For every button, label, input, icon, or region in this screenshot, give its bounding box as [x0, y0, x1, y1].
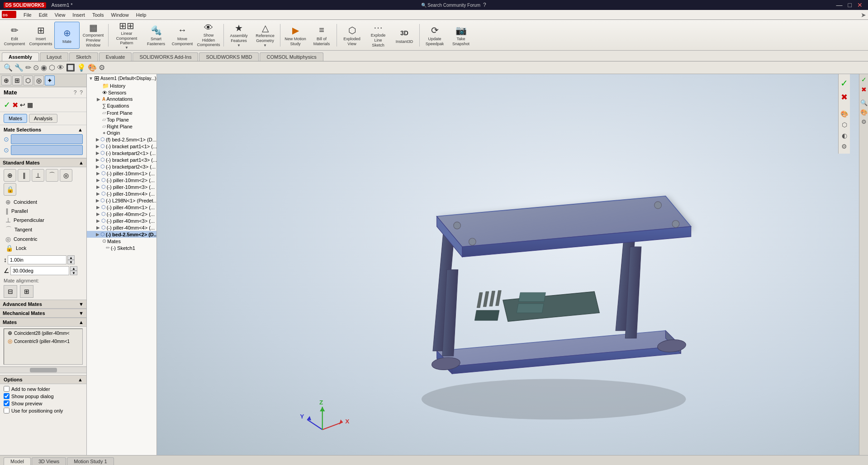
instant3d-button[interactable]: 3D Instant3D — [392, 22, 417, 49]
menu-tools[interactable]: Tools — [89, 11, 108, 19]
take-snapshot-button[interactable]: 📷 TakeSnapshot — [448, 22, 474, 49]
right-panel-icon-2[interactable]: ✖ — [861, 86, 867, 93]
tab-analysis[interactable]: Analysis — [29, 114, 57, 123]
tree-item-equations[interactable]: Equations — [87, 102, 157, 109]
distance-input[interactable] — [8, 255, 66, 264]
tree-item-piller10-3[interactable]: ▶ (-) piller-10mm<3> (... — [87, 183, 157, 190]
angle-input[interactable] — [10, 266, 69, 275]
tab-mates[interactable]: Mates — [4, 114, 27, 123]
tree-item-right-plane[interactable]: Right Plane — [87, 123, 157, 130]
tree-item-bed-1[interactable]: ▶ (f) bed-2.5mm<1> (D... — [87, 136, 157, 143]
minimize-button[interactable]: — — [835, 1, 844, 9]
mate-selection-input-2[interactable] — [11, 145, 83, 155]
edit-component-button[interactable]: ✏ EditComponent — [2, 22, 27, 49]
mate-selection-input-1[interactable] — [11, 134, 83, 144]
mate-perpendicular-btn[interactable]: ⊥ — [32, 169, 44, 182]
parallel-item[interactable]: ∥ Parallel — [4, 207, 83, 216]
right-panel-icon-3[interactable]: 🔍 — [860, 99, 868, 106]
menu-edit[interactable]: Edit — [35, 11, 51, 19]
tree-item-piller40-3[interactable]: ▶ (-) piller-40mm<3> (... — [87, 217, 157, 224]
cmd-icon-7[interactable]: 👁 — [57, 64, 64, 72]
tree-root[interactable]: ▼ ⊞ Assem1 (Default<Display...) — [87, 74, 157, 82]
mate-list-coincident28[interactable]: ⊕ Coincident28 (piller-40mm< — [4, 329, 82, 337]
panel-tab-icon-1[interactable]: ⊕ — [1, 75, 11, 85]
show-hidden-components-button[interactable]: 👁 ShowHiddenComponents — [196, 22, 221, 49]
tree-item-bracket-part1-3[interactable]: ▶ (-) bracket part1<3> (... — [87, 156, 157, 163]
insert-components-button[interactable]: ⊞ InsertComponents — [28, 22, 53, 49]
standard-mates-header[interactable]: Standard Mates ▲ — [0, 158, 86, 167]
bill-of-materials-button[interactable]: ≡ Bill ofMaterials — [309, 22, 334, 49]
new-motion-study-button[interactable]: ▶ New MotionStudy — [283, 22, 308, 49]
mate-tangent-btn[interactable]: ⌒ — [46, 169, 58, 182]
coincident-item[interactable]: ⊕ Coincident — [4, 197, 83, 207]
tree-item-front-plane[interactable]: Front Plane — [87, 109, 157, 116]
tree-item-piller40-4[interactable]: ▶ (-) piller-40mm<4> (... — [87, 224, 157, 231]
mate-coincident-btn[interactable]: ⊕ — [4, 169, 16, 182]
update-speedpak-button[interactable]: ⟳ UpdateSpeedpak — [422, 22, 447, 49]
mate-button[interactable]: ⊕ Mate — [54, 22, 80, 49]
info-icon[interactable]: ? — [80, 89, 83, 96]
angle-up[interactable]: ▲ — [70, 266, 77, 271]
alignment-option-1[interactable]: ⊟ — [4, 285, 17, 298]
tab-layout[interactable]: Layout — [40, 52, 68, 61]
tree-item-bracket-part2-3[interactable]: ▶ (-) bracketpart2<3> (... — [87, 163, 157, 170]
tab-evaluate[interactable]: Evaluate — [99, 52, 132, 61]
mate-lock-btn[interactable]: 🔒 — [4, 183, 16, 196]
horizontal-scrollbar[interactable] — [0, 366, 86, 373]
assembly-features-button[interactable]: ★ AssemblyFeatures ▼ — [226, 22, 251, 49]
angle-down[interactable]: ▼ — [70, 271, 77, 275]
add-to-new-folder-checkbox[interactable] — [4, 386, 9, 392]
linear-component-pattern-button[interactable]: ⊞⊞ Linear ComponentPattern ▼ — [111, 22, 142, 49]
panel-tab-icon-3[interactable]: ⬡ — [23, 75, 33, 85]
tree-item-bed-2[interactable]: ▶ (-) bed-2.5mm<2> (D... — [87, 231, 157, 238]
tree-item-mates-node[interactable]: Mates — [87, 238, 157, 244]
tree-item-sensors[interactable]: 👁 Sensors — [87, 89, 157, 96]
use-for-positioning-only-checkbox[interactable] — [4, 408, 9, 413]
tree-item-history[interactable]: History — [87, 82, 157, 89]
tree-item-piller10-2[interactable]: ▶ (-) piller-10mm<2> (... — [87, 177, 157, 183]
advanced-mates-header[interactable]: Advanced Mates ▼ — [0, 300, 86, 309]
tree-item-piller40-1[interactable]: ▶ (-) piller-40mm<1> (... — [87, 204, 157, 211]
mate-parallel-btn[interactable]: ∥ — [18, 169, 30, 182]
right-panel-icon-4[interactable]: 🎨 — [860, 109, 868, 116]
preview-icon[interactable]: ↩ — [20, 101, 25, 108]
tab-solidworks-mbd[interactable]: SOLIDWORKS MBD — [199, 52, 259, 61]
cmd-icon-9[interactable]: 💡 — [77, 63, 86, 72]
tree-item-origin[interactable]: Origin — [87, 130, 157, 136]
bottom-tab-motion-study[interactable]: Motion Study 1 — [67, 457, 114, 465]
panel-tab-icon-5[interactable]: ✦ — [45, 75, 55, 85]
menu-window[interactable]: Window — [108, 11, 133, 19]
mates-scroll-area[interactable]: ⊕ Coincident28 (piller-40mm< ◎ Concentri… — [4, 329, 83, 365]
right-panel-icon-5[interactable]: ⚙ — [861, 118, 867, 125]
cmd-icon-6[interactable]: ⬡ — [49, 63, 55, 72]
cmd-icon-1[interactable]: 🔍 — [4, 63, 13, 72]
cancel-icon[interactable]: ✖ — [12, 101, 18, 109]
menu-help[interactable]: Help — [133, 11, 150, 19]
mate-concentric-btn[interactable]: ◎ — [60, 169, 72, 182]
tree-item-piller10-1[interactable]: ▶ (-) piller-10mm<1> (... — [87, 170, 157, 177]
menu-file[interactable]: File — [20, 11, 35, 19]
alignment-option-2[interactable]: ⊞ — [20, 285, 33, 298]
options-header[interactable]: Options ▲ — [0, 375, 86, 384]
collapse-mate-selections[interactable]: ▲ — [78, 127, 83, 132]
distance-up[interactable]: ▲ — [67, 255, 75, 260]
menu-insert[interactable]: Insert — [69, 11, 89, 19]
panel-tab-icon-2[interactable]: ⊞ — [12, 75, 22, 85]
viewport[interactable]: ✓ ✖ 🎨 ⬡ ◐ ⚙ — [157, 74, 859, 455]
right-panel-icon-1[interactable]: ✓ — [861, 76, 867, 83]
tree-item-l298n[interactable]: ▶ (-) L298N<1> (Predet... — [87, 197, 157, 204]
tree-item-piller10-4[interactable]: ▶ (-) piller-10mm<4> (... — [87, 190, 157, 197]
tree-item-bracket-part2-1[interactable]: ▶ (-) bracketpart2<1> (... — [87, 150, 157, 156]
cmd-icon-2[interactable]: 🔧 — [14, 63, 24, 72]
exploded-view-button[interactable]: ⬡ ExplodedView — [339, 22, 365, 49]
help-mate-icon[interactable]: ▦ — [27, 101, 33, 108]
mate-list-concentric9[interactable]: ◎ Concentric9 (piller-40mm<1 — [4, 337, 82, 345]
scrollbar-thumb[interactable] — [30, 368, 57, 372]
menu-view[interactable]: View — [51, 11, 69, 19]
mechanical-mates-header[interactable]: Mechanical Mates ▼ — [0, 309, 86, 318]
tree-item-sketch1[interactable]: (-) Sketch1 — [87, 244, 157, 251]
cmd-icon-10[interactable]: 🎨 — [88, 63, 97, 72]
cmd-icon-11[interactable]: ⚙ — [99, 63, 105, 72]
tab-sketch[interactable]: Sketch — [69, 52, 98, 61]
tree-item-top-plane[interactable]: Top Plane — [87, 116, 157, 123]
